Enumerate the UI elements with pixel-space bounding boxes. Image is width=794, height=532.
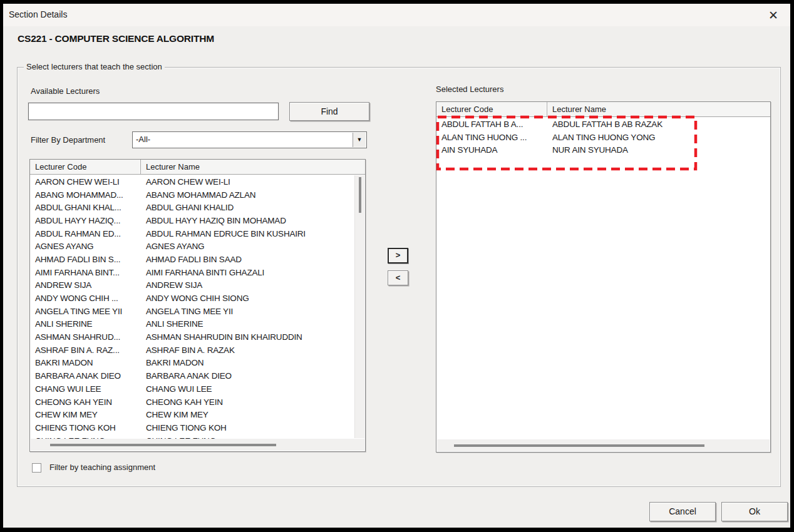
vertical-scrollbar[interactable] [354, 175, 364, 438]
lecturer-name-cell: ABDUL FATTAH B AB RAZAK [547, 120, 770, 129]
table-row[interactable]: BAKRI MADONBAKRI MADON [30, 357, 354, 370]
lecturer-code-cell: ANDREW SIJA [30, 280, 141, 290]
title-bar: Section Details ✕ [3, 4, 790, 26]
lecturer-code-cell: BARBARA ANAK DIEO [30, 371, 141, 381]
table-row[interactable]: ABDUL RAHMAN ED...ABDUL RAHMAN EDRUCE BI… [30, 227, 354, 240]
lecturer-code-cell: ABANG MOHAMMAD... [30, 190, 141, 200]
lecturer-name-cell: CHIENG TIONG KOH [141, 423, 354, 432]
table-row[interactable]: ASHMAN SHAHRUD...ASHMAN SHAHRUDIN BIN KH… [30, 330, 354, 344]
selected-lecturers-label: Selected Lecturers [436, 84, 503, 94]
table-row[interactable]: AGNES AYANGAGNES AYANG [30, 240, 354, 253]
selected-lecturers-list: Lecturer Code Lecturer Name ABDUL FATTAH… [436, 101, 771, 453]
find-button[interactable]: Find [289, 102, 369, 121]
lecturer-name-cell: AHMAD FADLI BIN SAAD [141, 255, 354, 264]
lecturer-code-cell: ALAN TING HUONG ... [436, 133, 547, 142]
table-row[interactable]: ABDUL FATTAH B A...ABDUL FATTAH B AB RAZ… [436, 118, 770, 131]
lecturer-name-cell: CHANG WUI LEE [141, 384, 354, 394]
column-header-lecturer-code[interactable]: Lecturer Code [436, 102, 547, 116]
table-row[interactable]: ANDY WONG CHIH ...ANDY WONG CHIH SIONG [30, 292, 354, 305]
lecturer-name-cell: ALAN TING HUONG YONG [547, 133, 770, 142]
page-title: CS221 - COMPUTER SCIENCE ALGORITHM [18, 33, 214, 44]
available-lecturers-label: Available Lecturers [31, 86, 100, 96]
lecturer-name-cell: ABDUL HAYY HAZIQ BIN MOHAMAD [141, 216, 354, 225]
column-header-lecturer-name[interactable]: Lecturer Name [547, 102, 770, 116]
table-row[interactable]: CHEONG KAH YEINCHEONG KAH YEIN [30, 396, 354, 409]
ok-button[interactable]: Ok [721, 502, 788, 521]
table-row[interactable]: ALAN TING HUONG ...ALAN TING HUONG YONG [436, 131, 770, 144]
table-row[interactable]: AIMI FARHANA BINT...AIMI FARHANA BINTI G… [30, 266, 354, 279]
groupbox-label: Select lecturers that teach the section [24, 62, 165, 71]
table-row[interactable]: BARBARA ANAK DIEOBARBARA ANAK DIEO [30, 369, 354, 382]
lecturer-name-cell: AGNES AYANG [141, 242, 354, 251]
checkbox-label[interactable]: Filter by teaching assignment [49, 463, 155, 472]
lecturer-code-cell: ANGELA TING MEE YII [30, 307, 141, 316]
scrollbar-thumb[interactable] [454, 444, 704, 447]
lecturer-code-cell: CHIENG TIONG KOH [30, 423, 141, 432]
list-header: Lecturer Code Lecturer Name [30, 160, 365, 175]
table-row[interactable]: CHANG WUI LEECHANG WUI LEE [30, 382, 354, 396]
lecturer-code-cell: CHEW KIM MEY [30, 410, 141, 419]
lecturer-name-cell: BAKRI MADON [141, 358, 354, 367]
lecturer-code-cell: ANLI SHERINE [30, 319, 141, 329]
lecturer-name-cell: ABDUL GHANI KHALID [141, 203, 354, 212]
lecturer-name-cell: CHEW KIM MEY [141, 410, 354, 419]
scrollbar-thumb[interactable] [50, 444, 276, 446]
table-row[interactable]: CHIENG TIONG KOHCHIENG TIONG KOH [30, 421, 354, 434]
lecturer-code-cell: AARON CHEW WEI-LI [30, 177, 141, 187]
add-selected-button[interactable]: > [388, 248, 408, 263]
lecturer-code-cell: ASHMAN SHAHRUD... [30, 332, 141, 342]
department-dropdown[interactable]: -All- ▼ [132, 131, 367, 148]
lecturer-name-cell: AIMI FARHANA BINTI GHAZALI [141, 268, 354, 277]
section-details-dialog-screenshot: Section Details ✕ CS221 - COMPUTER SCIEN… [0, 0, 794, 532]
footer: Cancel Ok [3, 502, 790, 528]
table-row[interactable]: ABDUL HAYY HAZIQ...ABDUL HAYY HAZIQ BIN … [30, 214, 354, 227]
lecturer-code-cell: AHMAD FADLI BIN S... [30, 255, 141, 264]
lecturer-name-cell: ANLI SHERINE [141, 319, 354, 329]
lecturer-name-cell: NUR AIN SYUHADA [547, 145, 770, 155]
table-row[interactable]: CHEW KIM MEYCHEW KIM MEY [30, 408, 354, 421]
list-header: Lecturer Code Lecturer Name [436, 102, 770, 117]
lecturer-name-cell: ASHMAN SHAHRUDIN BIN KHAIRUDDIN [141, 332, 354, 342]
filter-teaching-assignment-checkbox[interactable] [32, 463, 41, 473]
window-title: Section Details [9, 9, 67, 19]
lecturer-code-cell: AGNES AYANG [30, 242, 141, 251]
table-row[interactable]: AHMAD FADLI BIN S...AHMAD FADLI BIN SAAD [30, 253, 354, 266]
close-icon[interactable]: ✕ [765, 8, 781, 24]
horizontal-scrollbar[interactable] [31, 439, 364, 451]
table-row[interactable]: ANLI SHERINEANLI SHERINE [30, 318, 354, 331]
search-input[interactable] [28, 103, 279, 120]
table-row[interactable]: ABANG MOHAMMAD...ABANG MOHAMMAD AZLAN [30, 188, 354, 202]
selected-list-rows: ABDUL FATTAH B A...ABDUL FATTAH B AB RAZ… [436, 118, 770, 440]
lecturer-name-cell: AARON CHEW WEI-LI [141, 177, 354, 187]
table-row[interactable]: ANDREW SIJAANDREW SIJA [30, 279, 354, 292]
lecturer-code-cell: ANDY WONG CHIH ... [30, 294, 141, 303]
chevron-down-icon[interactable]: ▼ [353, 133, 366, 147]
lecturer-code-cell: ABDUL HAYY HAZIQ... [30, 216, 141, 225]
column-header-lecturer-code[interactable]: Lecturer Code [30, 160, 141, 174]
table-row[interactable]: AIN SYUHADANUR AIN SYUHADA [436, 143, 770, 156]
lecturer-code-cell: ABDUL FATTAH B A... [436, 120, 547, 129]
lecturer-name-cell: ABANG MOHAMMAD AZLAN [141, 190, 354, 200]
lecturer-code-cell: BAKRI MADON [30, 358, 141, 367]
lecturer-code-cell: ABDUL RAHMAN ED... [30, 229, 141, 238]
lecturer-name-cell: ASHRAF BIN A. RAZAK [141, 345, 354, 355]
lecturer-name-cell: BARBARA ANAK DIEO [141, 371, 354, 381]
available-list-rows: AARON CHEW WEI-LIAARON CHEW WEI-LIABANG … [30, 175, 354, 441]
lecturer-code-cell: CHEONG KAH YEIN [30, 397, 141, 407]
lecturer-name-cell: ANDREW SIJA [141, 280, 354, 290]
table-row[interactable]: AARON CHEW WEI-LIAARON CHEW WEI-LI [30, 175, 354, 188]
scrollbar-thumb[interactable] [359, 177, 361, 213]
horizontal-scrollbar[interactable] [437, 439, 770, 451]
lecturer-name-cell: ANDY WONG CHIH SIONG [141, 294, 354, 303]
dialog-window: Section Details ✕ CS221 - COMPUTER SCIEN… [3, 4, 790, 528]
lecturer-name-cell: CHEONG KAH YEIN [141, 397, 354, 407]
table-row[interactable]: ASHRAF BIN A. RAZ...ASHRAF BIN A. RAZAK [30, 344, 354, 357]
cancel-button[interactable]: Cancel [649, 502, 716, 521]
department-dropdown-value: -All- [136, 135, 150, 144]
available-lecturers-list: Lecturer Code Lecturer Name AARON CHEW W… [29, 159, 366, 452]
table-row[interactable]: ABDUL GHANI KHAL...ABDUL GHANI KHALID [30, 201, 354, 214]
lecturer-code-cell: AIMI FARHANA BINT... [30, 268, 141, 277]
remove-selected-button[interactable]: < [388, 270, 408, 285]
column-header-lecturer-name[interactable]: Lecturer Name [141, 160, 365, 174]
table-row[interactable]: ANGELA TING MEE YIIANGELA TING MEE YII [30, 305, 354, 318]
